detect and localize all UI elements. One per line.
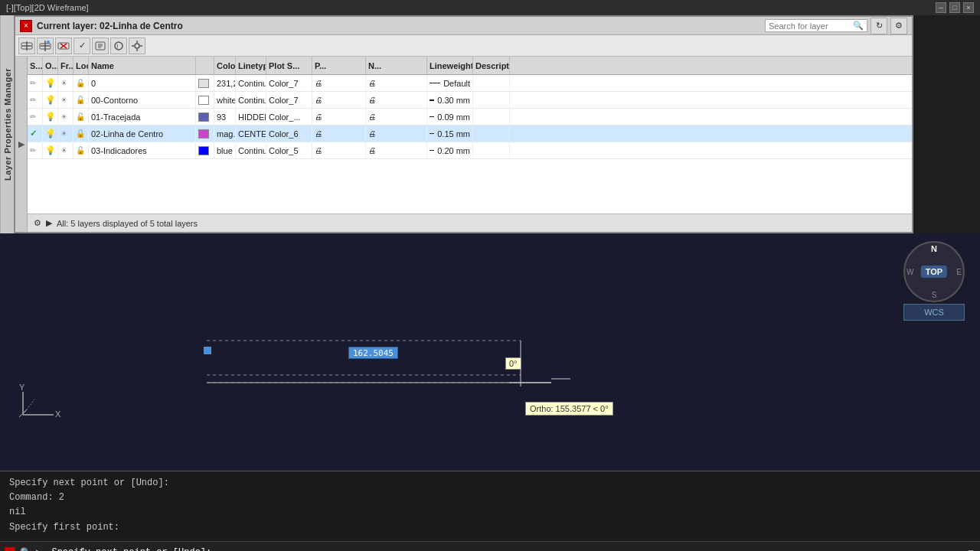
row-name[interactable]: 02-Linha de Centro [89,126,196,142]
row-lineweight[interactable]: 0.30 mm [427,92,473,108]
new-layer-button[interactable] [18,37,35,54]
row-linetype[interactable]: CENTER2 [236,126,266,142]
row-freeze[interactable]: ☀ [58,92,74,108]
restore-button[interactable]: □ [949,2,960,13]
sun-icon[interactable]: ☀ [60,129,67,138]
delete-layer-button[interactable] [55,37,72,54]
row-lineweight[interactable]: 0.20 mm [427,142,473,158]
layer-row[interactable]: ✏ 💡 ☀ 🔓 03-Indicadores blue Continuous C… [28,142,912,159]
search-icon[interactable]: 🔍 [853,21,864,31]
row-lineweight[interactable]: Default [427,75,473,91]
new-layer-vp-button[interactable] [37,37,54,54]
cad-viewport[interactable]: 162.5045 0° Ortho: 155.3577 < 0° X Y [0,233,980,471]
refresh-button[interactable]: ↻ [871,18,887,34]
row-linetype[interactable]: Continuous [236,142,266,158]
command-input-bar[interactable]: × 🔍 ▶ ~Specify next point or [Undo]: ▼ [0,541,980,551]
row-on[interactable]: 💡 [43,142,58,158]
lock-icon[interactable]: 🔓 [76,79,85,87]
row-on[interactable]: 💡 [43,75,58,91]
row-name[interactable]: 03-Indicadores [89,142,196,158]
sun-icon[interactable]: ☀ [60,79,67,87]
row-newvp[interactable]: 🖨 [366,75,427,91]
row-name[interactable]: 01-Tracejada [89,109,196,125]
lock-icon[interactable]: 🔓 [76,146,85,155]
row-newvp[interactable]: 🖨 [366,126,427,142]
row-newvp[interactable]: 🖨 [366,142,427,158]
wcs-label[interactable]: WCS [903,304,965,321]
close-button[interactable]: × [963,2,974,13]
cmd-input-text[interactable]: ~Specify next point or [Undo]: [46,547,962,552]
collapse-arrow[interactable]: ▶ [18,139,24,149]
row-newvp[interactable]: 🖨 [366,92,427,108]
settings-panel-button[interactable]: ⚙ [890,18,907,34]
minimize-button[interactable]: ─ [936,2,946,13]
newvp-icon[interactable]: 🖨 [368,146,376,155]
row-plot[interactable]: 🖨 [312,75,366,91]
print-icon[interactable]: 🖨 [315,79,322,87]
eye-icon[interactable]: 💡 [45,112,56,122]
panel-close-button[interactable]: × [20,20,32,32]
col-linetype[interactable]: Linetype [236,57,266,74]
layer-row[interactable]: ✏ 💡 ☀ 🔓 0 231,2... Continuous Color_7 🖨 … [28,75,912,92]
col-name[interactable]: Name [89,57,196,74]
top-button[interactable]: TOP [921,266,947,278]
sun-icon[interactable]: ☀ [60,146,67,155]
row-plot[interactable]: 🖨 [312,92,366,108]
cmd-close-button[interactable]: × [5,547,15,552]
col-newvp[interactable]: N... [366,57,427,74]
row-plot[interactable]: 🖨 [312,142,366,158]
reconcile-button[interactable]: ! [110,37,127,54]
input-field-highlight[interactable]: 162.5045 [348,347,398,359]
row-lineweight[interactable]: 0.15 mm [427,126,473,142]
print-icon[interactable]: 🖨 [315,112,322,121]
row-name[interactable]: 0 [89,75,196,91]
print-icon[interactable]: 🖨 [315,146,322,155]
search-box[interactable]: 🔍 [765,19,867,32]
cmd-search-button[interactable]: 🔍 [20,547,31,552]
col-plotstyle[interactable]: Plot S... [266,57,312,74]
row-linetype[interactable]: Continuous [236,75,266,91]
col-lock[interactable]: Lock [74,57,89,74]
layer-row[interactable]: ✏ 💡 ☀ 🔓 01-Tracejada 93 HIDDEN2 Color_..… [28,109,912,126]
eye-icon[interactable]: 💡 [45,78,56,88]
newvp-icon[interactable]: 🖨 [368,96,376,104]
row-on[interactable]: 💡 [43,126,58,142]
row-freeze[interactable]: ☀ [58,109,74,125]
lock-icon[interactable]: 🔓 [76,112,85,121]
sun-icon[interactable]: ☀ [60,112,67,121]
col-color[interactable]: Color [214,57,236,74]
search-input[interactable] [769,21,853,31]
row-lock[interactable]: 🔓 [74,126,89,142]
row-on[interactable]: 💡 [43,92,58,108]
layer-states-button[interactable] [92,37,109,54]
eye-icon[interactable]: 💡 [45,95,56,105]
row-name[interactable]: 00-Contorno [89,92,196,108]
lock-icon[interactable]: 🔓 [76,96,85,104]
row-freeze[interactable]: ☀ [58,75,74,91]
col-status[interactable]: S... [28,57,43,74]
row-freeze[interactable]: ☀ [58,142,74,158]
col-plot[interactable]: P... [312,57,366,74]
lock-icon[interactable]: 🔓 [76,129,85,138]
layer-row-active[interactable]: ✓ 💡 ☀ 🔓 02-Linha de Centro mag... CENTER… [28,126,912,142]
row-lock[interactable]: 🔓 [74,92,89,108]
newvp-icon[interactable]: 🖨 [368,129,376,138]
print-icon[interactable]: 🖨 [315,96,322,104]
col-lineweight[interactable]: Lineweight [427,57,473,74]
newvp-icon[interactable]: 🖨 [368,79,376,87]
row-plot[interactable]: 🖨 [312,126,366,142]
settings-button[interactable] [129,37,145,54]
row-linetype[interactable]: HIDDEN2 [236,109,266,125]
row-lock[interactable]: 🔓 [74,142,89,158]
row-freeze[interactable]: ☀ [58,126,74,142]
sun-icon[interactable]: ☀ [60,96,67,104]
compass-circle[interactable]: N S E W TOP [903,241,965,302]
print-icon[interactable]: 🖨 [315,129,322,138]
row-newvp[interactable]: 🖨 [366,109,427,125]
row-on[interactable]: 💡 [43,109,58,125]
newvp-icon[interactable]: 🖨 [368,112,376,121]
row-plot[interactable]: 🖨 [312,109,366,125]
row-lock[interactable]: 🔓 [74,109,89,125]
row-linetype[interactable]: Continuous [236,92,266,108]
cmd-scroll-button[interactable]: ▼ [966,547,975,552]
